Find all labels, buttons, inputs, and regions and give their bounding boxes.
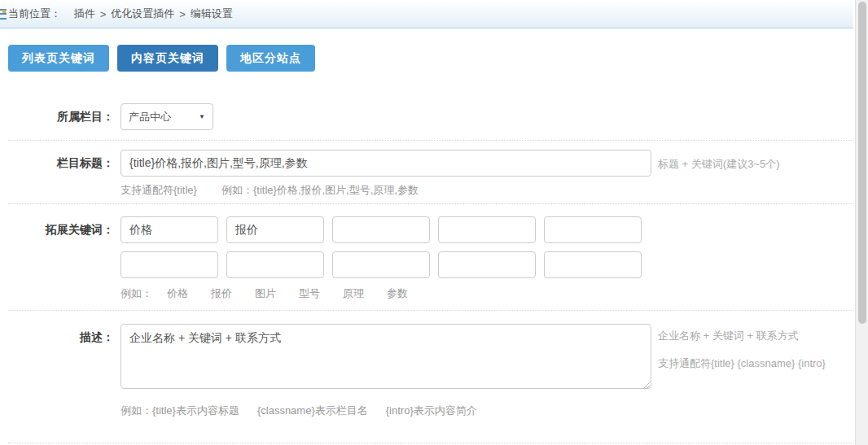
category-row: 所属栏目： 产品中心 ▼ xyxy=(8,89,853,141)
description-label: 描述： xyxy=(8,324,114,418)
keyword-input-1[interactable] xyxy=(121,216,218,243)
column-title-label: 栏目标题： xyxy=(8,150,114,198)
tab-bar: 列表页关键词 内容页关键词 地区分站点 xyxy=(8,45,853,72)
category-selected-value: 产品中心 xyxy=(129,110,171,124)
column-title-input[interactable] xyxy=(121,150,651,177)
description-textarea[interactable]: 企业名称 + 关键词 + 联系方式 xyxy=(121,324,651,389)
extended-keywords-row: 拓展关键词： 例如：价格报价图片型号原理参数 xyxy=(8,204,853,311)
keyword-input-4[interactable] xyxy=(438,216,536,243)
chevron-down-icon: ▼ xyxy=(199,113,205,120)
tab-region-subsites[interactable]: 地区分站点 xyxy=(226,45,315,72)
description-side-hint-1: 企业名称 + 关键词 + 联系方式 xyxy=(658,324,826,343)
breadcrumb-edit-settings[interactable]: 编辑设置 xyxy=(191,7,233,21)
keyword-input-8[interactable] xyxy=(332,251,430,278)
breadcrumb: 当前位置： 插件 > 优化设置插件 > 编辑设置 xyxy=(0,0,853,28)
keyword-input-3[interactable] xyxy=(332,216,430,243)
tab-list-page-keywords[interactable]: 列表页关键词 xyxy=(8,45,109,72)
scrollbar-thumb[interactable] xyxy=(858,2,866,324)
wildcard-hint: 支持通配符{title} xyxy=(121,184,197,196)
keywords-example-line: 例如：价格报价图片型号原理参数 xyxy=(121,286,650,306)
location-icon xyxy=(0,9,7,20)
main-content: 列表页关键词 内容页关键词 地区分站点 所属栏目： 产品中心 ▼ 栏目标题： 标… xyxy=(0,28,853,445)
column-title-row: 栏目标题： 标题 + 关键词(建议3~5个) 支持通配符{title}例如：{t… xyxy=(8,141,853,204)
title-example: 例如：{title}价格,报价,图片,型号,原理,参数 xyxy=(221,184,419,196)
title-side-hint: 标题 + 关键词(建议3~5个) xyxy=(658,150,780,177)
keyword-input-10[interactable] xyxy=(544,251,642,278)
description-side-hint-2: 支持通配符{title} {classname} {intro} xyxy=(658,343,826,371)
keyword-input-9[interactable] xyxy=(438,251,536,278)
breadcrumb-plugins[interactable]: 插件 xyxy=(74,7,95,21)
edit-settings-form: 所属栏目： 产品中心 ▼ 栏目标题： 标题 + 关键词(建议3~5个) 支持通配… xyxy=(8,89,853,445)
description-row: 描述： 企业名称 + 关键词 + 联系方式 企业名称 + 关键词 + 联系方式 … xyxy=(8,311,853,443)
breadcrumb-separator: > xyxy=(179,8,186,20)
title-help-line: 支持通配符{title}例如：{title}价格,报价,图片,型号,原理,参数 xyxy=(121,183,780,198)
description-example-line: 例如：{title}表示内容标题{classname}表示栏目名{intro}表… xyxy=(121,404,826,418)
keyword-input-7[interactable] xyxy=(226,251,324,278)
breadcrumb-seo-plugin[interactable]: 优化设置插件 xyxy=(111,7,174,21)
category-select[interactable]: 产品中心 ▼ xyxy=(121,103,213,130)
breadcrumb-prefix: 当前位置： xyxy=(8,7,61,21)
keyword-input-2[interactable] xyxy=(226,216,324,243)
breadcrumb-separator: > xyxy=(100,8,107,20)
keyword-input-6[interactable] xyxy=(121,251,218,278)
vertical-scrollbar[interactable] xyxy=(855,0,868,445)
tab-content-page-keywords[interactable]: 内容页关键词 xyxy=(117,45,218,72)
category-label: 所属栏目： xyxy=(8,103,114,130)
keyword-input-5[interactable] xyxy=(544,216,642,243)
extended-keywords-label: 拓展关键词： xyxy=(8,216,114,306)
